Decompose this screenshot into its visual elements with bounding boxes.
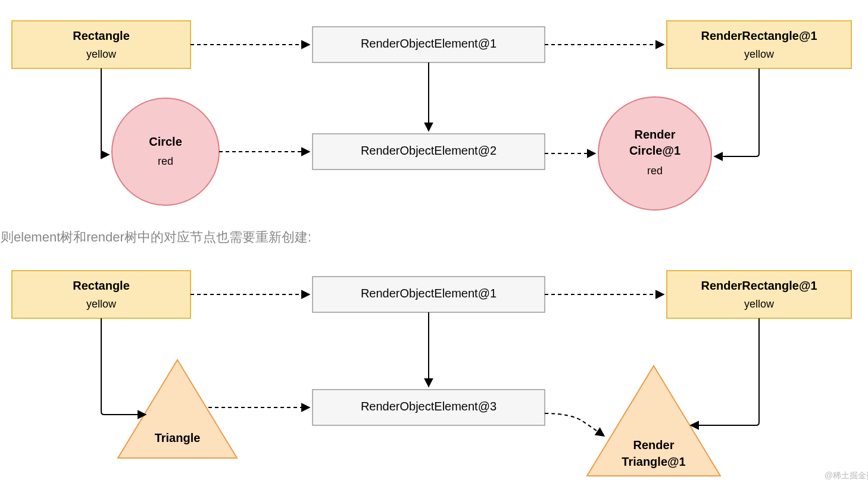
render-rectangle-2-subtitle: yellow bbox=[744, 298, 775, 310]
render-rectangle-title: RenderRectangle@1 bbox=[701, 29, 817, 42]
svg-rect-10 bbox=[667, 271, 851, 318]
rectangle-title: Rectangle bbox=[73, 29, 130, 42]
node-element-1: RenderObjectElement@1 bbox=[313, 27, 545, 62]
arrow-rect-to-circle bbox=[101, 68, 109, 155]
element-1-label: RenderObjectElement@1 bbox=[361, 37, 497, 50]
circle-subtitle: red bbox=[158, 155, 173, 167]
svg-rect-0 bbox=[12, 21, 191, 68]
node-circle: Circle red bbox=[112, 98, 219, 205]
node-element-3: RenderObjectElement@3 bbox=[313, 390, 545, 425]
element-3-label: RenderObjectElement@3 bbox=[361, 400, 497, 413]
arrow-rrect2-to-rtri bbox=[691, 318, 759, 425]
render-circle-subtitle: red bbox=[647, 165, 663, 177]
node-rectangle-2: Rectangle yellow bbox=[12, 271, 191, 318]
node-triangle: Triangle bbox=[118, 360, 237, 458]
diagram-canvas: Rectangle yellow Circle red RenderObject… bbox=[0, 0, 868, 483]
svg-rect-4 bbox=[667, 21, 851, 68]
render-rectangle-subtitle: yellow bbox=[744, 48, 775, 60]
arrow-rect2-to-tri bbox=[101, 318, 146, 415]
rectangle-2-subtitle: yellow bbox=[86, 298, 117, 310]
arrow-el3-to-rtri bbox=[545, 413, 604, 436]
render-triangle-title1: Render bbox=[633, 438, 675, 451]
render-triangle-title2: Triangle@1 bbox=[622, 455, 685, 468]
render-rectangle-2-title: RenderRectangle@1 bbox=[701, 279, 817, 292]
triangle-title: Triangle bbox=[155, 431, 201, 444]
node-render-circle: Render Circle@1 red bbox=[598, 97, 711, 210]
render-circle-title1: Render bbox=[635, 128, 676, 141]
diagram-1: Rectangle yellow Circle red RenderObject… bbox=[12, 21, 851, 210]
node-render-triangle: Render Triangle@1 bbox=[587, 366, 720, 476]
circle-title: Circle bbox=[149, 135, 182, 148]
element-1b-label: RenderObjectElement@1 bbox=[361, 287, 497, 300]
svg-point-1 bbox=[112, 98, 219, 205]
rectangle-2-title: Rectangle bbox=[73, 279, 130, 292]
node-element-1b: RenderObjectElement@1 bbox=[313, 277, 545, 312]
rectangle-subtitle: yellow bbox=[86, 48, 117, 60]
render-circle-title2: Circle@1 bbox=[629, 144, 680, 157]
node-render-rectangle: RenderRectangle@1 yellow bbox=[667, 21, 851, 68]
svg-rect-6 bbox=[12, 271, 191, 318]
arrow-rrect-to-rcircle bbox=[714, 68, 759, 156]
watermark: @稀土掘金技术社区 bbox=[825, 471, 868, 480]
node-element-2: RenderObjectElement@2 bbox=[313, 134, 545, 170]
diagram-2: Rectangle yellow Triangle RenderObjectEl… bbox=[12, 271, 851, 476]
node-render-rectangle-2: RenderRectangle@1 yellow bbox=[667, 271, 851, 318]
node-rectangle: Rectangle yellow bbox=[12, 21, 191, 68]
caption-text: 但是，如果控件树种某个节点的类型发生了变化，则element树和render树中… bbox=[0, 230, 311, 244]
element-2-label: RenderObjectElement@2 bbox=[361, 144, 497, 157]
